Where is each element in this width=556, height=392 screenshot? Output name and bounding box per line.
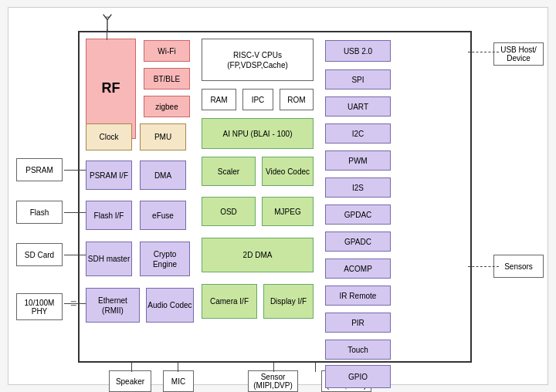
- sd-card-external: SD Card: [16, 243, 63, 266]
- gpio-block: GPIO: [325, 365, 391, 388]
- mic-connector: [178, 363, 178, 372]
- psram-external: PSRAM: [16, 158, 63, 181]
- ai-npu-block: AI NPU (BLAI - 100): [202, 118, 314, 149]
- pmu-block: PMU: [140, 123, 186, 150]
- ir-remote-block: IR Remote: [325, 286, 391, 306]
- flash-connector: [64, 212, 86, 213]
- sensors-external: Sensors: [493, 255, 544, 278]
- scaler-block: Scaler: [202, 157, 256, 186]
- camera-if-block: Camera I/F: [202, 284, 257, 319]
- riscv-block: RISC-V CPUs (FP,VDSP,Cache): [202, 39, 314, 81]
- osd-block: OSD: [202, 197, 256, 226]
- antenna-symbol: [100, 12, 115, 31]
- pir-block: PIR: [325, 313, 391, 333]
- touch-block: Touch: [325, 340, 391, 360]
- audio-codec-block: Audio Codec: [146, 288, 194, 323]
- sdcard-connector: [64, 255, 86, 255]
- flash-if-block: Flash I/F: [86, 201, 132, 230]
- lcd-connector: [315, 363, 316, 372]
- video-codec-block: Video Codec: [262, 157, 314, 186]
- dma-block: DMA: [140, 161, 186, 190]
- acomp-block: ACOMP: [325, 259, 391, 279]
- mjpeg-block: MJPEG: [262, 197, 314, 226]
- phy-external: 10/100M PHY: [16, 293, 63, 320]
- i2c-block: I2C: [325, 123, 391, 144]
- usb-host-external: USB Host/ Device: [493, 42, 544, 66]
- antenna-line: [107, 29, 107, 40]
- speaker-connector: [131, 363, 132, 372]
- ipc-block: IPC: [242, 89, 273, 110]
- diagram-container: PSRAM Flash SD Card 10/100M PHY USB Host…: [8, 7, 548, 385]
- flash-external: Flash: [16, 201, 63, 224]
- sensor-mipi-connector: [273, 363, 274, 372]
- i2s-block: I2S: [325, 177, 391, 198]
- uart-block: UART: [325, 96, 391, 117]
- rom-block: ROM: [280, 89, 314, 110]
- ethernet-block: Ethernet (RMII): [86, 288, 140, 323]
- usb-host-connector: [468, 52, 499, 52]
- sd-buffer-symbol: ≡: [70, 297, 76, 309]
- wifi-block: Wi-Fi: [144, 40, 190, 62]
- pwm-block: PWM: [325, 150, 391, 171]
- clock-block: Clock: [86, 123, 132, 150]
- gpadc-block: GPADC: [325, 231, 391, 252]
- usb2-block: USB 2.0: [325, 40, 391, 62]
- btble-block: BT/BLE: [144, 68, 190, 90]
- sdh-master-block: SDH master: [86, 242, 132, 276]
- zigbee-block: zigbee: [144, 96, 190, 117]
- gpdac-block: GPDAC: [325, 204, 391, 225]
- speaker-external: Speaker: [109, 370, 151, 392]
- display-if-block: Display I/F: [263, 284, 314, 319]
- ram-block: RAM: [202, 89, 236, 110]
- spi-block: SPI: [325, 69, 391, 90]
- sensor-mipi-external: Sensor (MIPI,DVP): [248, 370, 298, 392]
- mic-external: MIC: [163, 370, 194, 392]
- psram-if-block: PSRAM I/F: [86, 161, 132, 190]
- crypto-engine-block: Crypto Engine: [140, 242, 190, 276]
- sensors-connector: [468, 266, 499, 267]
- efuse-block: eFuse: [140, 201, 186, 230]
- two-d-dma-block: 2D DMA: [202, 238, 314, 272]
- psram-connector: [64, 170, 86, 171]
